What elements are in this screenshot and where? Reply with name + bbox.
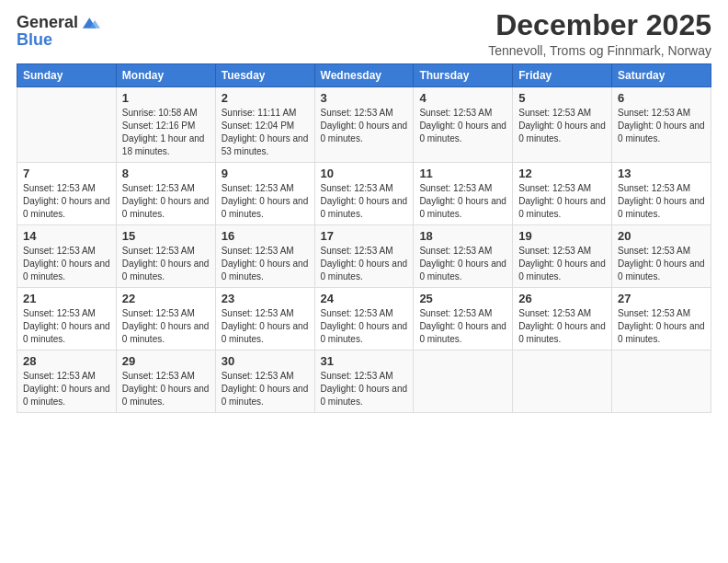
calendar-cell: 18Sunset: 12:53 AM Daylight: 0 hours and… (414, 225, 513, 288)
calendar-cell (414, 350, 513, 413)
calendar-cell: 1Sunrise: 10:58 AM Sunset: 12:16 PM Dayl… (116, 87, 215, 163)
calendar-cell: 4Sunset: 12:53 AM Daylight: 0 hours and … (414, 87, 513, 163)
day-number: 19 (518, 229, 606, 243)
logo-text-line1: General (17, 14, 78, 32)
day-number: 28 (23, 354, 110, 368)
calendar-cell: 24Sunset: 12:53 AM Daylight: 0 hours and… (314, 288, 414, 350)
day-info: Sunset: 12:53 AM Daylight: 0 hours and 0… (122, 370, 210, 408)
day-info: Sunset: 12:53 AM Daylight: 0 hours and 0… (321, 107, 408, 145)
calendar-cell: 13Sunset: 12:53 AM Daylight: 0 hours and… (612, 163, 711, 225)
logo-icon (80, 13, 100, 33)
day-number: 27 (618, 292, 705, 305)
calendar-cell: 21Sunset: 12:53 AM Daylight: 0 hours and… (17, 288, 117, 350)
calendar-cell (513, 350, 612, 413)
weekday-friday: Friday (513, 64, 612, 87)
calendar-cell: 5Sunset: 12:53 AM Daylight: 0 hours and … (513, 87, 612, 163)
day-info: Sunset: 12:53 AM Daylight: 0 hours and 0… (321, 370, 408, 408)
page: General Blue December 2025 Tennevoll, Tr… (0, 0, 728, 563)
day-info: Sunset: 12:53 AM Daylight: 0 hours and 0… (618, 245, 705, 283)
weekday-header-row: SundayMondayTuesdayWednesdayThursdayFrid… (17, 64, 711, 87)
day-info: Sunset: 12:53 AM Daylight: 0 hours and 0… (122, 182, 210, 221)
weekday-monday: Monday (116, 64, 215, 87)
calendar-cell: 26Sunset: 12:53 AM Daylight: 0 hours and… (513, 288, 612, 350)
day-number: 8 (122, 167, 210, 180)
day-number: 21 (23, 292, 110, 305)
day-number: 3 (321, 91, 408, 105)
calendar-cell: 11Sunset: 12:53 AM Daylight: 0 hours and… (414, 163, 513, 225)
day-info: Sunrise: 11:11 AM Sunset: 12:04 PM Dayli… (222, 107, 309, 158)
logo: General Blue (17, 13, 100, 50)
day-info: Sunset: 12:53 AM Daylight: 0 hours and 0… (518, 182, 606, 221)
day-info: Sunrise: 10:58 AM Sunset: 12:16 PM Dayli… (122, 107, 210, 158)
day-info: Sunset: 12:53 AM Daylight: 0 hours and 0… (518, 107, 606, 145)
day-number: 25 (419, 292, 506, 305)
calendar-cell: 20Sunset: 12:53 AM Daylight: 0 hours and… (612, 225, 711, 288)
day-info: Sunset: 12:53 AM Daylight: 0 hours and 0… (23, 245, 110, 283)
calendar-cell: 17Sunset: 12:53 AM Daylight: 0 hours and… (314, 225, 414, 288)
day-number: 2 (222, 91, 309, 105)
day-info: Sunset: 12:53 AM Daylight: 0 hours and 0… (419, 307, 506, 346)
header-row: General Blue December 2025 Tennevoll, Tr… (17, 9, 711, 58)
day-info: Sunset: 12:53 AM Daylight: 0 hours and 0… (23, 370, 110, 408)
weekday-saturday: Saturday (612, 64, 711, 87)
day-info: Sunset: 12:53 AM Daylight: 0 hours and 0… (518, 307, 606, 346)
day-number: 13 (618, 167, 705, 180)
week-row-5: 28Sunset: 12:53 AM Daylight: 0 hours and… (17, 350, 711, 413)
day-number: 4 (419, 91, 506, 105)
calendar-table: SundayMondayTuesdayWednesdayThursdayFrid… (17, 63, 711, 413)
calendar-cell (17, 87, 117, 163)
calendar-cell: 23Sunset: 12:53 AM Daylight: 0 hours and… (215, 288, 314, 350)
calendar-cell: 22Sunset: 12:53 AM Daylight: 0 hours and… (116, 288, 215, 350)
day-info: Sunset: 12:53 AM Daylight: 0 hours and 0… (618, 182, 705, 221)
day-info: Sunset: 12:53 AM Daylight: 0 hours and 0… (618, 307, 705, 346)
calendar-cell: 31Sunset: 12:53 AM Daylight: 0 hours and… (314, 350, 414, 413)
day-number: 10 (321, 167, 408, 180)
week-row-2: 7Sunset: 12:53 AM Daylight: 0 hours and … (17, 163, 711, 225)
calendar-cell: 25Sunset: 12:53 AM Daylight: 0 hours and… (414, 288, 513, 350)
calendar-cell: 6Sunset: 12:53 AM Daylight: 0 hours and … (612, 87, 711, 163)
day-number: 15 (122, 229, 210, 243)
day-info: Sunset: 12:53 AM Daylight: 0 hours and 0… (618, 107, 705, 145)
day-info: Sunset: 12:53 AM Daylight: 0 hours and 0… (23, 307, 110, 346)
day-number: 14 (23, 229, 110, 243)
location: Tennevoll, Troms og Finnmark, Norway (488, 43, 711, 58)
week-row-3: 14Sunset: 12:53 AM Daylight: 0 hours and… (17, 225, 711, 288)
day-number: 18 (419, 229, 506, 243)
day-number: 26 (518, 292, 606, 305)
day-number: 17 (321, 229, 408, 243)
week-row-1: 1Sunrise: 10:58 AM Sunset: 12:16 PM Dayl… (17, 87, 711, 163)
calendar-cell: 3Sunset: 12:53 AM Daylight: 0 hours and … (314, 87, 414, 163)
day-number: 23 (222, 292, 309, 305)
day-number: 29 (122, 354, 210, 368)
calendar-cell: 2Sunrise: 11:11 AM Sunset: 12:04 PM Dayl… (215, 87, 314, 163)
day-info: Sunset: 12:53 AM Daylight: 0 hours and 0… (419, 107, 506, 145)
calendar-cell: 19Sunset: 12:53 AM Daylight: 0 hours and… (513, 225, 612, 288)
day-number: 11 (419, 167, 506, 180)
day-info: Sunset: 12:53 AM Daylight: 0 hours and 0… (419, 245, 506, 283)
day-number: 30 (222, 354, 309, 368)
day-number: 24 (321, 292, 408, 305)
calendar-cell: 8Sunset: 12:53 AM Daylight: 0 hours and … (116, 163, 215, 225)
day-number: 31 (321, 354, 408, 368)
day-number: 20 (618, 229, 705, 243)
calendar-cell (612, 350, 711, 413)
month-title: December 2025 (488, 9, 711, 41)
calendar-cell: 14Sunset: 12:53 AM Daylight: 0 hours and… (17, 225, 117, 288)
weekday-tuesday: Tuesday (215, 64, 314, 87)
day-info: Sunset: 12:53 AM Daylight: 0 hours and 0… (321, 307, 408, 346)
day-info: Sunset: 12:53 AM Daylight: 0 hours and 0… (222, 182, 309, 221)
day-info: Sunset: 12:53 AM Daylight: 0 hours and 0… (122, 307, 210, 346)
weekday-wednesday: Wednesday (314, 64, 414, 87)
title-block: December 2025 Tennevoll, Troms og Finnma… (488, 9, 711, 58)
day-number: 5 (518, 91, 606, 105)
day-info: Sunset: 12:53 AM Daylight: 0 hours and 0… (321, 245, 408, 283)
calendar-cell: 28Sunset: 12:53 AM Daylight: 0 hours and… (17, 350, 117, 413)
calendar-cell: 16Sunset: 12:53 AM Daylight: 0 hours and… (215, 225, 314, 288)
day-number: 1 (122, 91, 210, 105)
day-number: 22 (122, 292, 210, 305)
day-info: Sunset: 12:53 AM Daylight: 0 hours and 0… (321, 182, 408, 221)
day-number: 9 (222, 167, 309, 180)
calendar-cell: 7Sunset: 12:53 AM Daylight: 0 hours and … (17, 163, 117, 225)
calendar-cell: 15Sunset: 12:53 AM Daylight: 0 hours and… (116, 225, 215, 288)
calendar-cell: 30Sunset: 12:53 AM Daylight: 0 hours and… (215, 350, 314, 413)
